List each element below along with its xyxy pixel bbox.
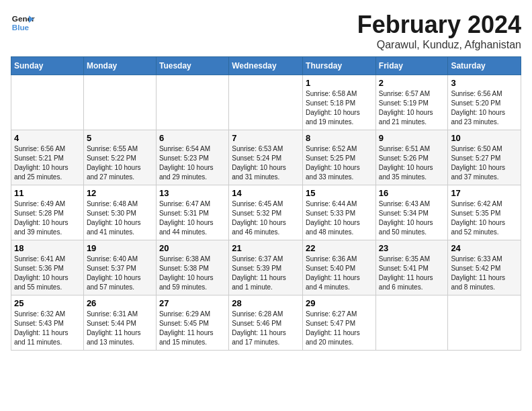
- calendar-cell: 12Sunrise: 6:48 AM Sunset: 5:30 PM Dayli…: [83, 185, 156, 240]
- calendar-cell: 28Sunrise: 6:28 AM Sunset: 5:46 PM Dayli…: [229, 295, 303, 351]
- day-info: Sunrise: 6:32 AM Sunset: 5:43 PM Dayligh…: [14, 310, 81, 347]
- calendar-cell: 19Sunrise: 6:40 AM Sunset: 5:37 PM Dayli…: [83, 240, 156, 295]
- day-info: Sunrise: 6:37 AM Sunset: 5:39 PM Dayligh…: [232, 255, 300, 292]
- calendar-table: SundayMondayTuesdayWednesdayThursdayFrid…: [11, 56, 521, 351]
- day-info: Sunrise: 6:33 AM Sunset: 5:42 PM Dayligh…: [451, 255, 518, 292]
- day-info: Sunrise: 6:45 AM Sunset: 5:32 PM Dayligh…: [232, 199, 300, 237]
- day-number: 18: [14, 243, 81, 253]
- day-number: 24: [451, 243, 518, 253]
- day-info: Sunrise: 6:41 AM Sunset: 5:36 PM Dayligh…: [14, 255, 81, 292]
- calendar-cell: 14Sunrise: 6:45 AM Sunset: 5:32 PM Dayli…: [229, 185, 303, 240]
- logo: General Blue: [11, 11, 35, 35]
- calendar-cell: 27Sunrise: 6:29 AM Sunset: 5:45 PM Dayli…: [156, 295, 228, 351]
- day-number: 14: [232, 188, 300, 198]
- calendar-day-header: Monday: [83, 57, 156, 75]
- calendar-cell: [448, 295, 521, 351]
- calendar-cell: 16Sunrise: 6:43 AM Sunset: 5:34 PM Dayli…: [375, 185, 448, 240]
- calendar-subtitle: Qarawul, Kunduz, Afghanistan: [357, 39, 521, 51]
- title-area: February 2024 Qarawul, Kunduz, Afghanist…: [357, 11, 521, 51]
- day-info: Sunrise: 6:29 AM Sunset: 5:45 PM Dayligh…: [159, 310, 226, 347]
- calendar-cell: [229, 75, 303, 130]
- calendar-cell: 7Sunrise: 6:53 AM Sunset: 5:24 PM Daylig…: [229, 130, 303, 185]
- calendar-day-header: Sunday: [11, 57, 84, 75]
- day-info: Sunrise: 6:38 AM Sunset: 5:38 PM Dayligh…: [159, 255, 226, 292]
- calendar-cell: 3Sunrise: 6:56 AM Sunset: 5:20 PM Daylig…: [448, 75, 521, 130]
- calendar-day-header: Friday: [375, 57, 448, 75]
- day-info: Sunrise: 6:50 AM Sunset: 5:27 PM Dayligh…: [451, 144, 518, 182]
- day-info: Sunrise: 6:42 AM Sunset: 5:35 PM Dayligh…: [451, 199, 518, 237]
- day-number: 20: [159, 243, 226, 253]
- day-number: 28: [232, 298, 300, 308]
- day-info: Sunrise: 6:55 AM Sunset: 5:22 PM Dayligh…: [87, 144, 153, 182]
- calendar-cell: [83, 75, 156, 130]
- calendar-week-row: 11Sunrise: 6:49 AM Sunset: 5:28 PM Dayli…: [11, 185, 521, 240]
- day-number: 3: [451, 78, 518, 88]
- calendar-week-row: 25Sunrise: 6:32 AM Sunset: 5:43 PM Dayli…: [11, 295, 521, 351]
- calendar-cell: 8Sunrise: 6:52 AM Sunset: 5:25 PM Daylig…: [303, 130, 376, 185]
- day-number: 8: [306, 133, 373, 143]
- calendar-title: February 2024: [357, 11, 521, 39]
- day-number: 15: [306, 188, 373, 198]
- day-info: Sunrise: 6:56 AM Sunset: 5:20 PM Dayligh…: [451, 89, 518, 127]
- calendar-day-header: Wednesday: [229, 57, 303, 75]
- calendar-cell: 22Sunrise: 6:36 AM Sunset: 5:40 PM Dayli…: [303, 240, 376, 295]
- calendar-cell: 23Sunrise: 6:35 AM Sunset: 5:41 PM Dayli…: [375, 240, 448, 295]
- day-number: 7: [232, 133, 300, 143]
- calendar-cell: 29Sunrise: 6:27 AM Sunset: 5:47 PM Dayli…: [303, 295, 376, 351]
- calendar-cell: 1Sunrise: 6:58 AM Sunset: 5:18 PM Daylig…: [303, 75, 376, 130]
- day-info: Sunrise: 6:48 AM Sunset: 5:30 PM Dayligh…: [87, 199, 153, 237]
- day-info: Sunrise: 6:56 AM Sunset: 5:21 PM Dayligh…: [14, 144, 81, 182]
- day-number: 4: [14, 133, 81, 143]
- day-info: Sunrise: 6:57 AM Sunset: 5:19 PM Dayligh…: [379, 89, 445, 127]
- day-info: Sunrise: 6:54 AM Sunset: 5:23 PM Dayligh…: [159, 144, 226, 182]
- day-info: Sunrise: 6:53 AM Sunset: 5:24 PM Dayligh…: [232, 144, 300, 182]
- day-number: 27: [159, 298, 226, 308]
- calendar-day-header: Thursday: [303, 57, 376, 75]
- calendar-cell: 20Sunrise: 6:38 AM Sunset: 5:38 PM Dayli…: [156, 240, 228, 295]
- calendar-cell: 18Sunrise: 6:41 AM Sunset: 5:36 PM Dayli…: [11, 240, 84, 295]
- day-number: 1: [306, 78, 373, 88]
- day-info: Sunrise: 6:47 AM Sunset: 5:31 PM Dayligh…: [159, 199, 226, 237]
- calendar-cell: 5Sunrise: 6:55 AM Sunset: 5:22 PM Daylig…: [83, 130, 156, 185]
- day-number: 2: [379, 78, 445, 88]
- calendar-cell: 17Sunrise: 6:42 AM Sunset: 5:35 PM Dayli…: [448, 185, 521, 240]
- calendar-cell: 26Sunrise: 6:31 AM Sunset: 5:44 PM Dayli…: [83, 295, 156, 351]
- calendar-header-row: SundayMondayTuesdayWednesdayThursdayFrid…: [11, 57, 521, 75]
- calendar-cell: [11, 75, 84, 130]
- day-number: 13: [159, 188, 226, 198]
- day-info: Sunrise: 6:44 AM Sunset: 5:33 PM Dayligh…: [306, 199, 373, 237]
- day-info: Sunrise: 6:43 AM Sunset: 5:34 PM Dayligh…: [379, 199, 445, 237]
- day-info: Sunrise: 6:31 AM Sunset: 5:44 PM Dayligh…: [87, 310, 153, 347]
- day-number: 19: [87, 243, 153, 253]
- day-info: Sunrise: 6:52 AM Sunset: 5:25 PM Dayligh…: [306, 144, 373, 182]
- day-info: Sunrise: 6:40 AM Sunset: 5:37 PM Dayligh…: [87, 255, 153, 292]
- calendar-cell: 24Sunrise: 6:33 AM Sunset: 5:42 PM Dayli…: [448, 240, 521, 295]
- day-info: Sunrise: 6:27 AM Sunset: 5:47 PM Dayligh…: [306, 310, 373, 347]
- calendar-cell: 9Sunrise: 6:51 AM Sunset: 5:26 PM Daylig…: [375, 130, 448, 185]
- day-number: 11: [14, 188, 81, 198]
- calendar-day-header: Saturday: [448, 57, 521, 75]
- day-info: Sunrise: 6:28 AM Sunset: 5:46 PM Dayligh…: [232, 310, 300, 347]
- calendar-cell: 25Sunrise: 6:32 AM Sunset: 5:43 PM Dayli…: [11, 295, 84, 351]
- day-number: 25: [14, 298, 81, 308]
- day-number: 9: [379, 133, 445, 143]
- day-info: Sunrise: 6:51 AM Sunset: 5:26 PM Dayligh…: [379, 144, 445, 182]
- day-number: 21: [232, 243, 300, 253]
- day-number: 5: [87, 133, 153, 143]
- day-number: 26: [87, 298, 153, 308]
- calendar-week-row: 1Sunrise: 6:58 AM Sunset: 5:18 PM Daylig…: [11, 75, 521, 130]
- day-info: Sunrise: 6:58 AM Sunset: 5:18 PM Dayligh…: [306, 89, 373, 127]
- day-number: 22: [306, 243, 373, 253]
- day-info: Sunrise: 6:36 AM Sunset: 5:40 PM Dayligh…: [306, 255, 373, 292]
- calendar-cell: 21Sunrise: 6:37 AM Sunset: 5:39 PM Dayli…: [229, 240, 303, 295]
- day-info: Sunrise: 6:35 AM Sunset: 5:41 PM Dayligh…: [379, 255, 445, 292]
- day-number: 17: [451, 188, 518, 198]
- logo-icon: General Blue: [11, 11, 35, 35]
- day-number: 29: [306, 298, 373, 308]
- calendar-cell: 11Sunrise: 6:49 AM Sunset: 5:28 PM Dayli…: [11, 185, 84, 240]
- day-number: 12: [87, 188, 153, 198]
- svg-text:Blue: Blue: [12, 23, 30, 32]
- calendar-cell: 15Sunrise: 6:44 AM Sunset: 5:33 PM Dayli…: [303, 185, 376, 240]
- day-number: 10: [451, 133, 518, 143]
- day-number: 16: [379, 188, 445, 198]
